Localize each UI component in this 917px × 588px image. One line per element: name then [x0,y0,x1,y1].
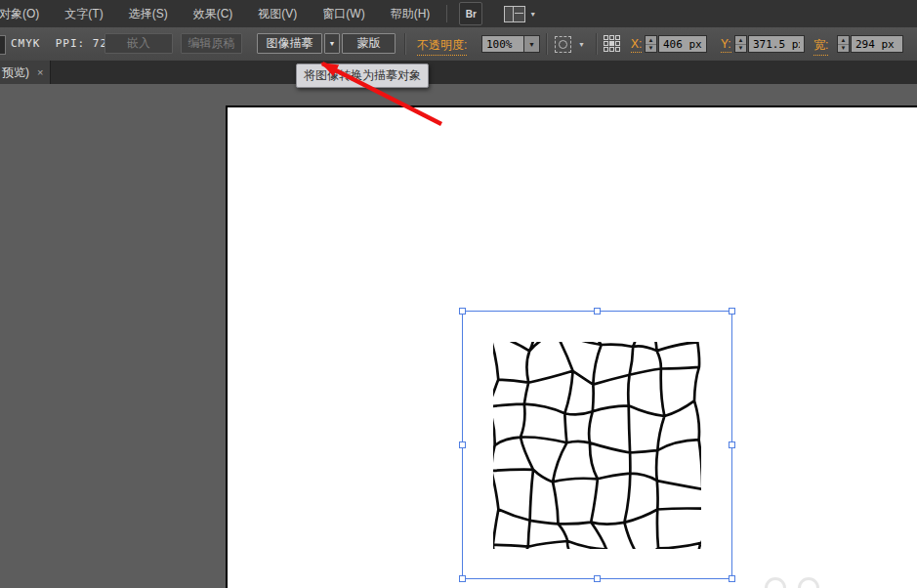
mask-button[interactable]: 蒙版 [342,33,396,54]
bridge-button[interactable]: Br [459,2,482,25]
image-trace-tooltip: 将图像转换为描摹对象 [296,63,429,88]
menu-window[interactable]: 窗口(W) [310,6,377,22]
illustrator-window: { "menubar": { "items": ["对象(O)", "文字(T)… [0,0,917,588]
handle-middle-left[interactable] [459,441,466,448]
object-thumbnail-sliver [0,35,6,55]
ref-cell [615,47,620,52]
document-color-info: CMYK PPI: 72 [11,37,107,50]
selection-bounding-box[interactable] [462,311,732,579]
x-stepper[interactable]: ▲▼ [645,35,657,53]
image-trace-dropdown[interactable]: ▼ [324,33,340,54]
y-stepper[interactable]: ▲▼ [734,35,747,53]
document-tab-label: 预览) [2,64,29,81]
menu-bar: 对象(O) 文字(T) 选择(S) 效果(C) 视图(V) 窗口(W) 帮助(H… [0,0,917,27]
width-input[interactable] [851,35,903,53]
stepper-up-icon[interactable]: ▲ [838,36,849,45]
ref-cell [604,47,608,52]
workspace-switcher[interactable]: ▼ [504,6,536,22]
workspace-icon [504,6,525,22]
stepper-down-icon[interactable]: ▼ [838,45,849,53]
control-separator [404,33,405,55]
handle-top-right[interactable] [729,308,735,315]
ref-cell [609,35,614,40]
handle-bottom-right[interactable] [729,575,735,582]
opacity-input[interactable] [481,35,524,53]
handle-top-center[interactable] [594,308,601,315]
style-dropdown[interactable]: ▼ [578,41,585,48]
canvas-area[interactable] [0,84,917,588]
opacity-label[interactable]: 不透明度: [417,37,467,56]
width-stepper[interactable]: ▲▼ [837,35,850,53]
ref-cell [604,35,608,40]
image-trace-button[interactable]: 图像描摹 [257,33,322,54]
control-separator [546,33,547,55]
handle-bottom-center[interactable] [594,575,601,582]
handle-middle-right[interactable] [729,441,735,448]
tab-close-icon[interactable]: × [37,66,43,78]
ref-cell [609,47,614,52]
y-label[interactable]: Y: [721,37,731,53]
width-label[interactable]: 宽: [813,37,828,56]
x-label[interactable]: X: [631,37,642,53]
ref-cell [615,41,620,46]
edit-original-button[interactable]: 编辑原稿 [181,33,242,54]
y-input[interactable] [748,35,805,53]
watermark [765,577,819,588]
control-bar: CMYK PPI: 72 嵌入 编辑原稿 图像描摹 ▼ 蒙版 不透明度: ▼ ▼… [0,27,917,62]
chevron-down-icon: ▼ [529,11,536,18]
menu-object[interactable]: 对象(O) [0,6,52,22]
embed-button[interactable]: 嵌入 [104,33,173,54]
document-tab-bar: 预览) × [0,61,917,85]
stepper-down-icon[interactable]: ▼ [735,45,746,53]
control-separator [596,33,597,55]
stepper-down-icon[interactable]: ▼ [646,45,656,53]
stepper-up-icon[interactable]: ▲ [735,36,746,45]
stepper-up-icon[interactable]: ▲ [646,36,656,45]
appearance-style-icon[interactable] [555,36,571,53]
menu-type[interactable]: 文字(T) [52,6,115,22]
opacity-dropdown[interactable]: ▼ [524,35,540,53]
ref-cell [615,35,620,40]
style-circle-icon [559,40,567,49]
handle-top-left[interactable] [459,308,466,315]
menu-help[interactable]: 帮助(H) [378,6,443,22]
x-input[interactable] [658,35,707,53]
handle-bottom-left[interactable] [459,575,466,582]
ref-cell-center [609,41,614,46]
menu-effect[interactable]: 效果(C) [181,6,246,22]
tooltip-text: 将图像转换为描摹对象 [304,68,421,82]
reference-point-grid-icon[interactable] [604,35,620,52]
ref-cell [604,41,608,46]
menu-separator [446,5,447,22]
menu-select[interactable]: 选择(S) [116,6,181,22]
document-tab[interactable]: 预览) × [0,61,51,84]
menu-view[interactable]: 视图(V) [245,6,310,22]
